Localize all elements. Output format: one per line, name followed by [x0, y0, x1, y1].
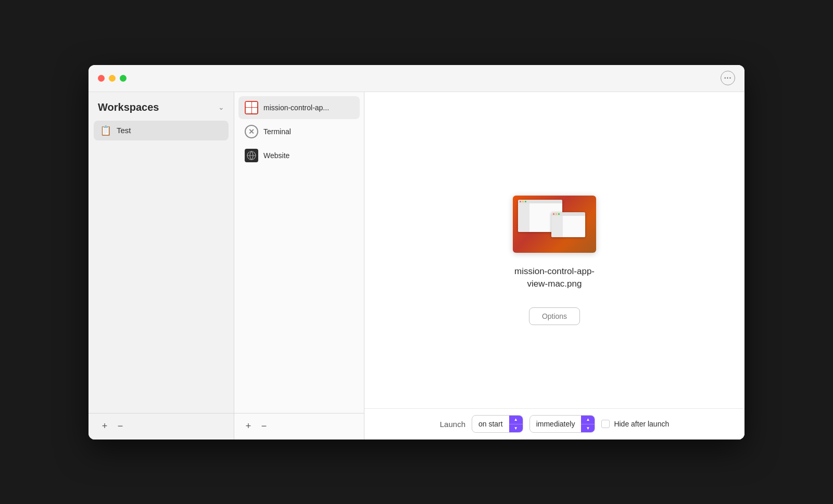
preview-image — [513, 196, 596, 253]
more-options-button[interactable]: ··· — [721, 71, 735, 85]
traffic-lights — [98, 75, 127, 82]
close-button[interactable] — [98, 75, 105, 82]
on-start-selector[interactable]: on start ▲ ▼ — [472, 415, 523, 433]
workspace-list: 📋 Test — [89, 119, 234, 413]
list-item-mission-control[interactable]: mission-control-ap... — [238, 96, 360, 119]
minimize-button[interactable] — [109, 75, 116, 82]
immediately-stepper[interactable]: ▲ ▼ — [581, 416, 595, 432]
immediately-down-arrow[interactable]: ▼ — [581, 424, 595, 433]
immediately-value: immediately — [530, 417, 582, 431]
terminal-icon: ✕ — [245, 125, 258, 138]
preview-filename: mission-control-app-view-mac.png — [514, 265, 595, 290]
workspace-item-label: Test — [117, 126, 131, 135]
on-start-stepper[interactable]: ▲ ▼ — [509, 416, 523, 432]
launch-label: Launch — [440, 420, 465, 429]
website-icon — [245, 149, 258, 162]
preview-image-bg — [513, 196, 596, 253]
screenshot-window-2 — [551, 212, 585, 237]
items-list: mission-control-ap... ✕ Terminal — [234, 92, 364, 413]
workspaces-title: Workspaces — [98, 101, 159, 113]
launch-bar: Launch on start ▲ ▼ immediately ▲ ▼ — [364, 408, 744, 440]
titlebar-actions: ··· — [721, 71, 735, 85]
content-preview: mission-control-app-view-mac.png Options — [513, 196, 596, 326]
mission-control-label: mission-control-ap... — [263, 104, 329, 112]
workspaces-footer: + − — [89, 413, 234, 440]
items-footer: + − — [234, 413, 364, 440]
hide-after-launch-area[interactable]: Hide after launch — [601, 420, 669, 428]
titlebar: ··· — [89, 65, 744, 92]
main-content: Workspaces ⌄ 📋 Test + − — [89, 92, 744, 440]
website-label: Website — [263, 151, 289, 160]
mission-control-icon — [245, 101, 258, 114]
list-item-terminal[interactable]: ✕ Terminal — [238, 120, 360, 143]
on-start-down-arrow[interactable]: ▼ — [509, 424, 523, 433]
hide-after-launch-checkbox[interactable] — [601, 420, 610, 428]
add-item-button[interactable]: + — [242, 420, 255, 433]
app-window: ··· Workspaces ⌄ 📋 Test + − — [89, 65, 744, 440]
on-start-up-arrow[interactable]: ▲ — [509, 416, 523, 424]
terminal-label: Terminal — [263, 127, 291, 136]
workspaces-sidebar: Workspaces ⌄ 📋 Test + − — [89, 92, 234, 440]
on-start-value: on start — [472, 417, 509, 431]
remove-workspace-button[interactable]: − — [113, 420, 127, 433]
chevron-down-icon[interactable]: ⌄ — [218, 103, 224, 111]
immediately-selector[interactable]: immediately ▲ ▼ — [529, 415, 596, 433]
items-column: mission-control-ap... ✕ Terminal — [234, 92, 364, 440]
clipboard-icon: 📋 — [100, 125, 111, 136]
hide-after-launch-label: Hide after launch — [614, 420, 669, 428]
remove-item-button[interactable]: − — [257, 420, 271, 433]
maximize-button[interactable] — [120, 75, 127, 82]
workspaces-header: Workspaces ⌄ — [89, 92, 234, 119]
immediately-up-arrow[interactable]: ▲ — [581, 416, 595, 424]
content-area: mission-control-app-view-mac.png Options… — [364, 92, 744, 440]
workspace-item-test[interactable]: 📋 Test — [94, 121, 229, 140]
preview-image-inner — [515, 198, 594, 251]
add-workspace-button[interactable]: + — [98, 420, 111, 433]
list-item-website[interactable]: Website — [238, 144, 360, 167]
options-button[interactable]: Options — [529, 307, 580, 325]
